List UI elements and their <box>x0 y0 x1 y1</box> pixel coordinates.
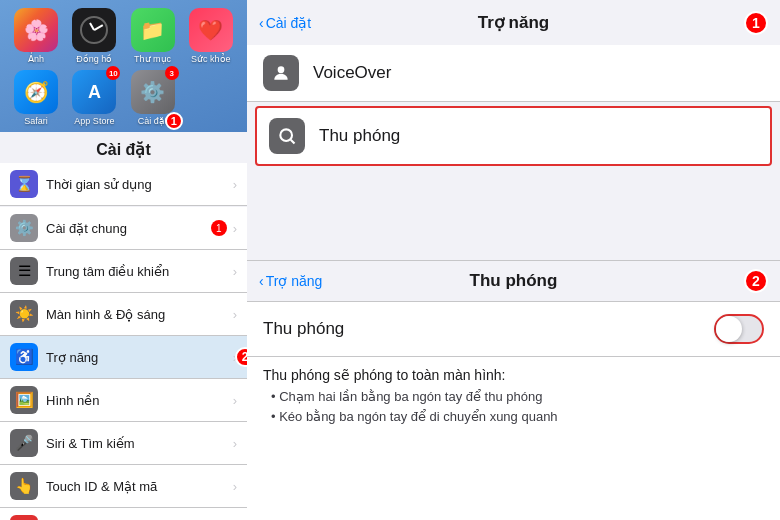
settings-list: ⌛ Thời gian sử dụng › ⚙️ Cài đặt chung 1… <box>0 163 247 520</box>
thu-phong-list-icon <box>269 118 305 154</box>
thu-phong-back-button[interactable]: ‹ Trợ năng <box>259 273 322 289</box>
settings-item-siri[interactable]: 🎤 Siri & Tìm kiếm › <box>0 422 247 465</box>
tro-nang-back-chevron: ‹ <box>259 15 264 31</box>
cai-dat-chung-chevron: › <box>233 221 237 236</box>
app-thu-muc-icon: 📁 <box>131 8 175 52</box>
touch-id-icon: 👆 <box>10 472 38 500</box>
trung-tam-label: Trung tâm điều khiển <box>46 264 233 279</box>
settings-item-tro-nang[interactable]: ♿ Trợ năng › 2 <box>0 336 247 379</box>
app-safari[interactable]: 🧭 Safari <box>10 70 62 126</box>
voiceover-icon <box>263 55 299 91</box>
app-anh-icon: 🌸 <box>14 8 58 52</box>
siri-chevron: › <box>233 436 237 451</box>
voiceover-label: VoiceOver <box>313 63 391 83</box>
tro-nang-back-label: Cài đặt <box>266 15 312 31</box>
right-panel: ‹ Cài đặt Trợ năng 1 VoiceOver <box>247 0 780 520</box>
app-safari-icon: 🧭 <box>14 70 58 114</box>
app-anh[interactable]: 🌸 Ảnh <box>10 8 62 64</box>
thu-phong-description: Thu phóng sẽ phóng to toàn màn hình: • C… <box>247 357 780 436</box>
settings-item-man-hinh[interactable]: ☀️ Màn hình & Độ sáng › <box>0 293 247 336</box>
man-hinh-icon: ☀️ <box>10 300 38 328</box>
app-thu-muc[interactable]: 📁 Thư mục <box>127 8 179 64</box>
thoi-gian-label: Thời gian sử dụng <box>46 177 233 192</box>
touch-id-chevron: › <box>233 479 237 494</box>
thu-phong-navbar: ‹ Trợ năng Thu phóng 2 <box>247 261 780 302</box>
settings-item-trung-tam[interactable]: ☰ Trung tâm điều khiển › <box>0 250 247 293</box>
step1-circle: 1 <box>165 112 183 130</box>
app-suc-khoe[interactable]: ❤️ Sức khỏe <box>185 8 237 64</box>
siri-label: Siri & Tìm kiếm <box>46 436 233 451</box>
settings-item-touch-id[interactable]: 👆 Touch ID & Mật mã › <box>0 465 247 508</box>
step1-right-badge: 1 <box>744 11 768 35</box>
settings-header: Cài đặt <box>0 132 247 163</box>
svg-point-0 <box>278 66 285 73</box>
tro-nang-nav-title: Trợ năng <box>478 12 549 33</box>
thu-phong-back-chevron: ‹ <box>259 273 264 289</box>
app-store-badge: 10 <box>106 66 120 80</box>
thu-phong-desc-item-2: • Kéo bằng ba ngón tay để di chuyển xung… <box>271 407 764 427</box>
cai-dat-chung-badge: 1 <box>211 220 227 236</box>
man-hinh-label: Màn hình & Độ sáng <box>46 307 233 322</box>
thu-phong-back-label: Trợ năng <box>266 273 323 289</box>
thu-phong-toggle-row: Thu phóng <box>247 302 780 357</box>
tro-nang-item-thu-phong[interactable]: Thu phóng <box>255 106 772 166</box>
hinh-nen-chevron: › <box>233 393 237 408</box>
app-grid: 🌸 Ảnh Đồng hồ 📁 Thư mục ❤️ Sức khỏe 🧭 Sa… <box>0 0 247 132</box>
app-cai-dat[interactable]: ⚙️ 3 Cài đặt 1 <box>127 70 179 126</box>
thu-phong-content: Thu phóng Thu phóng sẽ phóng to toàn màn… <box>247 302 780 520</box>
cai-dat-chung-label: Cài đặt chung <box>46 221 211 236</box>
cai-dat-chung-icon: ⚙️ <box>10 214 38 242</box>
app-thu-muc-label: Thư mục <box>134 54 171 64</box>
thoi-gian-chevron: › <box>233 177 237 192</box>
tro-nang-item-voiceover[interactable]: VoiceOver <box>247 45 780 102</box>
touch-id-label: Touch ID & Mật mã <box>46 479 233 494</box>
cai-dat-badge: 3 <box>165 66 179 80</box>
tro-nang-back-button[interactable]: ‹ Cài đặt <box>259 15 311 31</box>
thu-phong-desc-item-1: • Chạm hai lần bằng ba ngón tay để thu p… <box>271 387 764 407</box>
settings-panel: Cài đặt ⌛ Thời gian sử dụng › ⚙️ Cài đặt… <box>0 132 247 520</box>
thoi-gian-icon: ⌛ <box>10 170 38 198</box>
app-cai-dat-label: Cài đặt <box>138 116 168 126</box>
thu-phong-screen: ‹ Trợ năng Thu phóng 2 Thu phóng Thu phó… <box>247 260 780 520</box>
app-cai-dat-icon: ⚙️ 3 <box>131 70 175 114</box>
tro-nang-label: Trợ năng <box>46 350 233 365</box>
trung-tam-chevron: › <box>233 264 237 279</box>
settings-item-sos[interactable]: SOS SOS khẩn cấp › <box>0 508 247 520</box>
settings-item-thoi-gian[interactable]: ⌛ Thời gian sử dụng › <box>0 163 247 206</box>
settings-item-cai-dat-chung[interactable]: ⚙️ Cài đặt chung 1 › <box>0 207 247 250</box>
app-dong-ho-icon <box>72 8 116 52</box>
svg-line-2 <box>291 140 295 144</box>
app-app-store[interactable]: A 10 App Store <box>68 70 120 126</box>
app-app-store-label: App Store <box>74 116 114 126</box>
app-anh-label: Ảnh <box>28 54 44 64</box>
thu-phong-toggle-label: Thu phóng <box>263 319 344 339</box>
svg-point-1 <box>280 129 292 141</box>
left-panel: 🌸 Ảnh Đồng hồ 📁 Thư mục ❤️ Sức khỏe 🧭 Sa… <box>0 0 247 520</box>
app-app-store-icon: A 10 <box>72 70 116 114</box>
sos-icon: SOS <box>10 515 38 520</box>
thu-phong-desc-title: Thu phóng sẽ phóng to toàn màn hình: <box>263 367 764 383</box>
hinh-nen-icon: 🖼️ <box>10 386 38 414</box>
app-suc-khoe-label: Sức khỏe <box>191 54 231 64</box>
app-dong-ho[interactable]: Đồng hồ <box>68 8 120 64</box>
man-hinh-chevron: › <box>233 307 237 322</box>
tro-nang-icon: ♿ <box>10 343 38 371</box>
app-dong-ho-label: Đồng hồ <box>76 54 112 64</box>
app-safari-label: Safari <box>24 116 48 126</box>
app-suc-khoe-icon: ❤️ <box>189 8 233 52</box>
settings-item-hinh-nen[interactable]: 🖼️ Hình nền › <box>0 379 247 422</box>
thu-phong-list-label: Thu phóng <box>319 126 400 146</box>
step2-right-badge: 2 <box>744 269 768 293</box>
thu-phong-toggle-container <box>714 314 764 344</box>
siri-icon: 🎤 <box>10 429 38 457</box>
trung-tam-icon: ☰ <box>10 257 38 285</box>
hinh-nen-label: Hình nền <box>46 393 233 408</box>
thu-phong-nav-title: Thu phóng <box>470 271 558 291</box>
tro-nang-screen: ‹ Cài đặt Trợ năng 1 VoiceOver <box>247 0 780 260</box>
toggle-thumb <box>716 316 742 342</box>
thu-phong-toggle[interactable] <box>714 314 764 344</box>
tro-nang-navbar: ‹ Cài đặt Trợ năng 1 <box>247 0 780 45</box>
